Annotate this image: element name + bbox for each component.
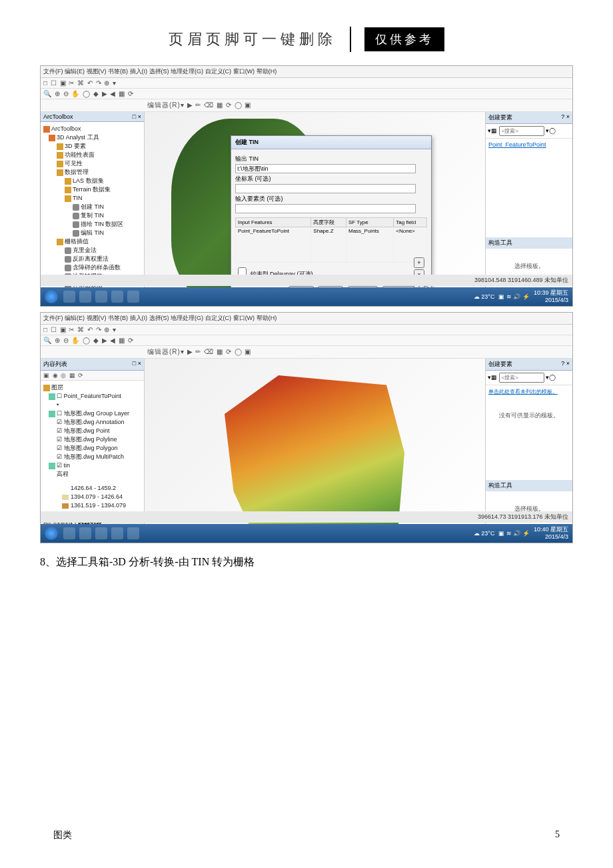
tree-item[interactable]: 描绘 TIN 数据区	[43, 220, 141, 229]
toc-toolbar[interactable]: ▣ ◉ ◎ ▦ ⟳	[41, 371, 144, 381]
tray-date[interactable]: 2015/4/3	[534, 297, 568, 304]
start-button[interactable]	[45, 527, 58, 540]
tray-time[interactable]: 10:39 星期五	[534, 289, 568, 297]
tree-item[interactable]: 克里金法	[43, 246, 141, 255]
menu-item[interactable]: 自定义(C)	[205, 315, 232, 321]
tree-item[interactable]: ☑ 地形图.dwg Polygon	[43, 444, 141, 453]
tree-item[interactable]: ☐ 地形图.dwg Group Layer	[43, 409, 141, 418]
td[interactable]: Point_FeatureToPoint	[236, 227, 311, 263]
tree-item[interactable]: ☑ 地形图.dwg MultiPatch	[43, 453, 141, 461]
map-viewport[interactable]	[145, 359, 485, 529]
menu-item[interactable]: 自定义(C)	[205, 68, 232, 75]
menu-bar[interactable]: 文件(F) 编辑(E) 视图(V) 书签(B) 插入(I) 选择(S) 地理处理…	[41, 313, 572, 325]
menu-item[interactable]: 文件(F)	[43, 315, 63, 321]
tree-item[interactable]: 栅格插值	[43, 237, 141, 246]
panel-controls[interactable]: □ ×	[133, 113, 141, 120]
td[interactable]: Mass_Points	[346, 227, 394, 263]
menu-item[interactable]: 地理处理(G)	[171, 315, 203, 321]
menu-item[interactable]: 地理处理(G)	[171, 68, 203, 75]
task-icon[interactable]	[95, 291, 107, 303]
panel-controls[interactable]: □ ×	[133, 360, 141, 369]
menu-bar[interactable]: 文件(F) 编辑(E) 视图(V) 书签(B) 插入(I) 选择(S) 地理处理…	[41, 66, 572, 78]
toolbox-tree[interactable]: ArcToolbox3D Analyst 工具3D 要素功能性表面可见性数据管理…	[41, 122, 144, 292]
task-icon[interactable]	[111, 291, 123, 303]
menu-item[interactable]: 编辑(E)	[65, 315, 85, 321]
task-icon[interactable]	[127, 527, 139, 539]
tree-item[interactable]: 反距离权重法	[43, 255, 141, 263]
filter-icon[interactable]: ▾▦	[488, 374, 497, 381]
tree-item[interactable]: ☑ 地形图.dwg Annotation	[43, 418, 141, 427]
windows-taskbar[interactable]: ☁ 23°C ▣ ≋ 🔊 ⚡ 10:40 星期五 2015/4/3	[41, 524, 572, 543]
task-icon[interactable]	[79, 527, 91, 539]
search-input[interactable]	[499, 373, 544, 383]
menu-item[interactable]: 插入(I)	[130, 315, 148, 321]
tree-item[interactable]: 功能性表面	[43, 151, 141, 159]
tree-item[interactable]: 3D Analyst 工具	[43, 133, 141, 142]
search-input[interactable]	[499, 126, 544, 136]
menu-item[interactable]: 选择(S)	[149, 68, 169, 75]
panel-controls[interactable]: ? ×	[561, 113, 570, 122]
task-icon[interactable]	[63, 291, 75, 303]
menu-item[interactable]: 插入(I)	[130, 68, 148, 75]
panel-controls[interactable]: ? ×	[561, 360, 570, 369]
features-input[interactable]	[235, 204, 416, 213]
td[interactable]: Shape.Z	[311, 227, 346, 263]
tree-item[interactable]: 创建 TIN	[43, 203, 141, 211]
tree-item[interactable]: 可见性	[43, 159, 141, 168]
menu-item[interactable]: 窗口(W)	[233, 315, 255, 321]
tree-item[interactable]: 数据管理	[43, 168, 141, 177]
tree-item[interactable]: ☐ Point_FeatureToPoint	[43, 392, 141, 401]
template-link[interactable]: Point_FeatureToPoint	[486, 139, 572, 151]
menu-item[interactable]: 书签(B)	[108, 315, 128, 321]
toolbar[interactable]: 编辑器(R)▾ ▶ ✏ ⌫ ▦ ⟳ ◯ ▣	[41, 346, 572, 359]
output-tin-input[interactable]	[235, 164, 416, 173]
tree-item[interactable]: LAS 数据集	[43, 177, 141, 185]
tree-item[interactable]: 图层	[43, 383, 141, 392]
tray-time[interactable]: 10:40 星期五	[534, 526, 568, 533]
tree-item[interactable]: 3D 要素	[43, 142, 141, 151]
menu-item[interactable]: 帮助(H)	[257, 315, 277, 321]
tree-item[interactable]: ArcToolbox	[43, 125, 141, 133]
tree-item[interactable]: TIN	[43, 194, 141, 203]
toolbar[interactable]: □ ☐ ▣ ✂ ⌘ ↶ ↷ ⊕ ▾	[41, 78, 572, 89]
add-row-button[interactable]: +	[414, 257, 424, 268]
task-icon[interactable]	[63, 527, 75, 539]
tree-item[interactable]: 复制 TIN	[43, 211, 141, 220]
weather-tray[interactable]: ☁ 23°C	[474, 530, 495, 537]
menu-item[interactable]: 窗口(W)	[233, 68, 255, 75]
tray-date[interactable]: 2015/4/3	[534, 533, 568, 541]
tree-item[interactable]: ☑ 地形图.dwg Polyline	[43, 435, 141, 444]
map-viewport[interactable]: 创建 TIN 输出 TIN 坐标系 (可选) 输入要素类 (可选) Input …	[145, 112, 485, 292]
tray-icons[interactable]: ▣ ≋ 🔊 ⚡	[498, 530, 530, 537]
layer-tree[interactable]: 图层☐ Point_FeatureToPoint•☐ 地形图.dwg Group…	[41, 381, 144, 481]
search-icons[interactable]: ▾◯	[546, 374, 556, 381]
start-button[interactable]	[45, 290, 58, 303]
menu-item[interactable]: 视图(V)	[87, 315, 107, 321]
cs-input[interactable]	[235, 184, 416, 193]
toolbar[interactable]: 编辑器(R)▾ ▶ ✏ ⌫ ▦ ⟳ ◯ ▣	[41, 99, 572, 112]
toolbar[interactable]: 🔍 ⊕ ⊖ ✋ ◯ ◆ ▶ ◀ ▦ ⟳	[41, 89, 572, 99]
menu-item[interactable]: 视图(V)	[87, 68, 107, 75]
input-features-table[interactable]: Input Features 高度字段 SF Type Tag field Po…	[235, 217, 427, 263]
task-icon[interactable]	[111, 527, 123, 539]
tree-item[interactable]: ☑ tin	[43, 461, 141, 470]
search-icons[interactable]: ▾◯	[546, 127, 556, 134]
menu-item[interactable]: 编辑(E)	[65, 68, 85, 75]
tree-item[interactable]: Terrain 数据集	[43, 185, 141, 194]
task-icon[interactable]	[79, 291, 91, 303]
task-icon[interactable]	[95, 527, 107, 539]
tree-item[interactable]: 含障碍的样条函数	[43, 263, 141, 272]
menu-item[interactable]: 选择(S)	[149, 315, 169, 321]
tree-item[interactable]: 高程	[43, 470, 141, 479]
task-icon[interactable]	[127, 291, 139, 303]
tree-item[interactable]: ☑ 地形图.dwg Point	[43, 427, 141, 435]
toolbar[interactable]: 🔍 ⊕ ⊖ ✋ ◯ ◆ ▶ ◀ ▦ ⟳	[41, 335, 572, 346]
menu-item[interactable]: 文件(F)	[43, 68, 63, 75]
weather-tray[interactable]: ☁ 23°C	[474, 293, 495, 300]
tree-item[interactable]: 编辑 TIN	[43, 229, 141, 237]
tray-icons[interactable]: ▣ ≋ 🔊 ⚡	[498, 293, 530, 300]
filter-icon[interactable]: ▾▦	[488, 127, 497, 134]
menu-item[interactable]: 帮助(H)	[257, 68, 277, 75]
tree-item[interactable]: •	[43, 401, 141, 409]
toolbar[interactable]: □ ☐ ▣ ✂ ⌘ ↶ ↷ ⊕ ▾	[41, 325, 572, 335]
